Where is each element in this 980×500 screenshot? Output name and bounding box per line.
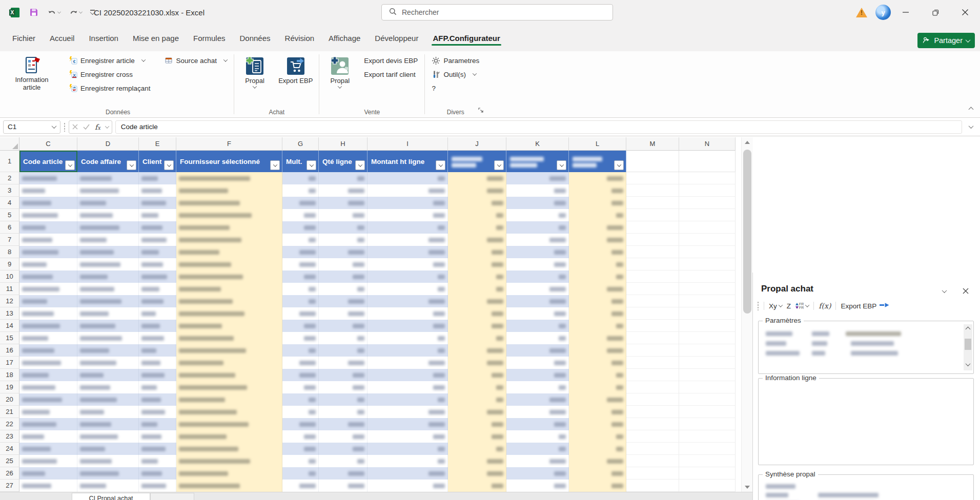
- cell-F21[interactable]: [176, 406, 282, 418]
- cell-J21[interactable]: [448, 406, 506, 418]
- cell-K7[interactable]: [506, 234, 569, 246]
- cell-F22[interactable]: [176, 418, 282, 430]
- cell-D24[interactable]: [77, 443, 139, 455]
- cell-G17[interactable]: [282, 357, 319, 369]
- expand-formula-bar-icon[interactable]: [969, 123, 974, 129]
- pane-close-button[interactable]: [959, 285, 972, 297]
- cell-F19[interactable]: [176, 381, 282, 393]
- cell-E14[interactable]: [139, 320, 176, 332]
- cell-D6[interactable]: [77, 221, 139, 234]
- table-header-K1[interactable]: [506, 151, 569, 172]
- cell-G25[interactable]: [282, 455, 319, 467]
- cell-F10[interactable]: [176, 270, 282, 283]
- cell-J4[interactable]: [448, 197, 506, 209]
- cell-G11[interactable]: [282, 283, 319, 295]
- cell-C15[interactable]: [19, 332, 77, 344]
- save-icon[interactable]: [27, 6, 40, 19]
- cell-E22[interactable]: [139, 418, 176, 430]
- column-header-C[interactable]: C: [19, 137, 77, 151]
- cell-D13[interactable]: [77, 307, 139, 320]
- cell-C27[interactable]: [19, 480, 77, 492]
- filter-dropdown-button[interactable]: [127, 160, 136, 170]
- cell-H15[interactable]: [319, 332, 368, 344]
- cell-J15[interactable]: [448, 332, 506, 344]
- cell-J17[interactable]: [448, 357, 506, 369]
- cell-F6[interactable]: [176, 221, 282, 234]
- cell-N13[interactable]: [679, 307, 736, 320]
- minimize-button[interactable]: [891, 0, 921, 25]
- cell-H17[interactable]: [319, 357, 368, 369]
- cell-N10[interactable]: [679, 270, 736, 283]
- cell-N22[interactable]: [679, 418, 736, 430]
- cell-M6[interactable]: [626, 221, 679, 234]
- cell-K5[interactable]: [506, 209, 569, 221]
- cell-N4[interactable]: [679, 197, 736, 209]
- cell-I8[interactable]: [368, 246, 448, 258]
- cell-D8[interactable]: [77, 246, 139, 258]
- cell-M9[interactable]: [626, 258, 679, 270]
- cell-C13[interactable]: [19, 307, 77, 320]
- cell-E19[interactable]: [139, 381, 176, 393]
- cell-G23[interactable]: [282, 430, 319, 443]
- dialog-launcher-icon[interactable]: [478, 106, 484, 115]
- row-header-5[interactable]: 5: [0, 209, 19, 221]
- ribbon-button-enregistrer-cross[interactable]: XEnregistrer cross: [66, 68, 153, 81]
- formula-input[interactable]: Code article: [115, 120, 962, 134]
- row-header-22[interactable]: 22: [0, 418, 19, 430]
- cell-N20[interactable]: [679, 393, 736, 406]
- cell-E21[interactable]: [139, 406, 176, 418]
- cell-J16[interactable]: [448, 344, 506, 357]
- tab-mise-en-page[interactable]: Mise en page: [126, 30, 186, 47]
- cell-N11[interactable]: [679, 283, 736, 295]
- cell-I23[interactable]: [368, 430, 448, 443]
- cell-K15[interactable]: [506, 332, 569, 344]
- row-header-13[interactable]: 13: [0, 307, 19, 320]
- cell-H20[interactable]: [319, 393, 368, 406]
- cell-H3[interactable]: [319, 184, 368, 197]
- cell-L9[interactable]: [569, 258, 626, 270]
- cell-I2[interactable]: [368, 172, 448, 184]
- cell-J22[interactable]: [448, 418, 506, 430]
- row-header-1[interactable]: 1: [0, 151, 19, 172]
- cell-F14[interactable]: [176, 320, 282, 332]
- cell-L24[interactable]: [569, 443, 626, 455]
- cell-F2[interactable]: [176, 172, 282, 184]
- cell-M12[interactable]: [626, 295, 679, 307]
- cell-J26[interactable]: [448, 467, 506, 480]
- cell-M25[interactable]: [626, 455, 679, 467]
- cell-M14[interactable]: [626, 320, 679, 332]
- cell-N6[interactable]: [679, 221, 736, 234]
- cell-F15[interactable]: [176, 332, 282, 344]
- cell-K17[interactable]: [506, 357, 569, 369]
- filter-dropdown-button[interactable]: [436, 160, 445, 170]
- cell-L19[interactable]: [569, 381, 626, 393]
- cell-L5[interactable]: [569, 209, 626, 221]
- table-header-L1[interactable]: [569, 151, 626, 172]
- cell-J3[interactable]: [448, 184, 506, 197]
- table-header-C1[interactable]: Code article: [19, 151, 77, 172]
- cell-G9[interactable]: [282, 258, 319, 270]
- cell-N16[interactable]: [679, 344, 736, 357]
- cell-D2[interactable]: [77, 172, 139, 184]
- cell-D3[interactable]: [77, 184, 139, 197]
- cell-J9[interactable]: [448, 258, 506, 270]
- cell-D23[interactable]: [77, 430, 139, 443]
- cell-M21[interactable]: [626, 406, 679, 418]
- cell-K16[interactable]: [506, 344, 569, 357]
- cell-D5[interactable]: [77, 209, 139, 221]
- cell-M27[interactable]: [626, 480, 679, 492]
- cell-H18[interactable]: [319, 369, 368, 381]
- cell-F3[interactable]: [176, 184, 282, 197]
- ribbon-button-propal[interactable]: Propal: [238, 54, 271, 90]
- ribbon-button-parametres[interactable]: Parametres: [429, 54, 482, 67]
- cell-J2[interactable]: [448, 172, 506, 184]
- cell-D4[interactable]: [77, 197, 139, 209]
- cell-E4[interactable]: [139, 197, 176, 209]
- account-avatar[interactable]: y: [875, 5, 891, 20]
- cell-H2[interactable]: [319, 172, 368, 184]
- cell-E6[interactable]: [139, 221, 176, 234]
- cell-F16[interactable]: [176, 344, 282, 357]
- cell-M3[interactable]: [626, 184, 679, 197]
- cell-L26[interactable]: [569, 467, 626, 480]
- cell-C25[interactable]: [19, 455, 77, 467]
